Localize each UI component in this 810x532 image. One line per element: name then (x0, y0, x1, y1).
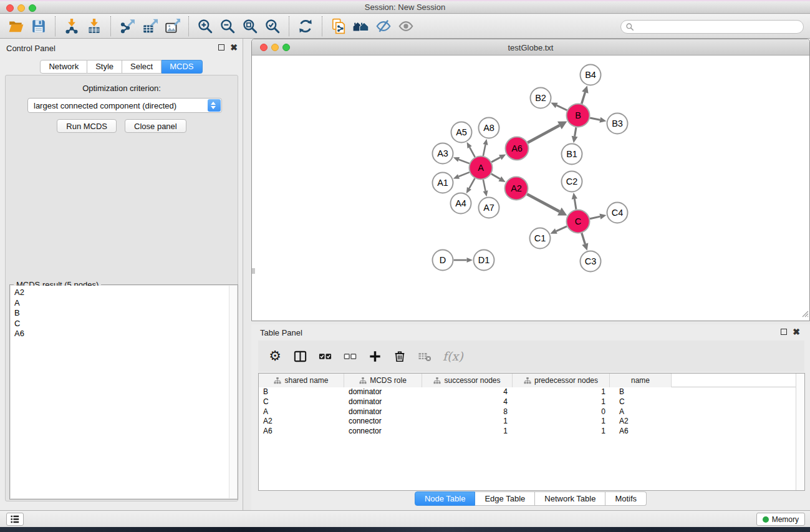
graph-edge[interactable] (557, 105, 567, 110)
table-cell[interactable]: A (259, 407, 344, 417)
table-cell[interactable]: dominator (344, 387, 422, 397)
graph-edge[interactable] (483, 145, 486, 156)
show-details-icon[interactable] (397, 17, 415, 36)
mcds-result-item[interactable]: A2 (11, 288, 237, 298)
column-header[interactable]: successor nodes (422, 374, 513, 387)
table-cell[interactable]: 4 (422, 397, 513, 407)
close-panel-button[interactable]: Close panel (125, 119, 186, 133)
import-table-icon[interactable] (85, 17, 104, 36)
table-cell[interactable]: connector (344, 427, 422, 437)
close-table-panel-icon[interactable]: ✖ (793, 329, 800, 335)
zoom-in-icon[interactable] (196, 17, 215, 36)
table-cell[interactable]: B (610, 387, 672, 397)
table-cell[interactable]: 1 (513, 397, 610, 407)
settings-gear-icon[interactable]: ⚙ (267, 348, 283, 364)
table-cell[interactable]: connector (344, 417, 422, 427)
task-history-button[interactable] (6, 513, 24, 526)
column-header[interactable]: name (610, 374, 672, 387)
table-cell[interactable]: A6 (610, 427, 672, 437)
table-row[interactable]: Bdominator41B (259, 387, 804, 397)
tab-node-table[interactable]: Node Table (415, 491, 476, 506)
tab-edge-table[interactable]: Edge Table (475, 491, 535, 506)
graph-edge[interactable] (590, 118, 600, 120)
graph-edge[interactable] (491, 174, 500, 179)
table-cell[interactable]: dominator (344, 397, 422, 407)
tab-network-table[interactable]: Network Table (535, 491, 605, 506)
export-table-icon[interactable] (140, 17, 159, 36)
tab-style[interactable]: Style (87, 60, 122, 74)
run-mcds-button[interactable]: Run MCDS (57, 119, 117, 133)
table-cell[interactable]: C (259, 397, 344, 407)
graph-edge[interactable] (582, 92, 586, 104)
table-cell[interactable]: A2 (610, 417, 672, 427)
result-list-scrollbar[interactable] (229, 286, 237, 498)
memory-button[interactable]: Memory (756, 513, 805, 526)
table-cell[interactable]: 1 (513, 387, 610, 397)
zoom-out-icon[interactable] (218, 17, 237, 36)
column-header[interactable]: shared name (259, 374, 344, 387)
float-panel-icon[interactable] (218, 44, 224, 51)
table-cell[interactable]: B (259, 387, 344, 397)
graph-edge[interactable] (459, 160, 470, 163)
graph-edge[interactable] (459, 172, 470, 177)
table-row[interactable]: A6connector11A6 (259, 427, 804, 437)
graph-edge[interactable] (528, 125, 559, 143)
search-input[interactable] (634, 21, 803, 32)
table-row[interactable]: Adominator80A (259, 407, 804, 417)
zoom-fit-icon[interactable] (241, 17, 259, 36)
table-scrollbar[interactable] (796, 374, 804, 490)
graph-edge[interactable] (574, 199, 576, 210)
table-row[interactable]: Cdominator41C (259, 397, 804, 407)
mcds-result-item[interactable]: A6 (11, 329, 237, 339)
graph-edge[interactable] (491, 157, 500, 162)
hide-details-icon[interactable] (374, 17, 393, 36)
export-image-icon[interactable] (163, 17, 181, 36)
float-table-panel-icon[interactable] (781, 329, 787, 335)
graph-edge[interactable] (470, 147, 475, 157)
table-cell[interactable]: C (610, 397, 672, 407)
network-window-titlebar[interactable]: testGlobe.txt (252, 39, 809, 56)
clone-network-icon[interactable] (329, 17, 348, 36)
graph-edge[interactable] (575, 127, 576, 136)
graph-edge[interactable] (582, 233, 585, 244)
graph-edge[interactable] (483, 180, 486, 191)
home-icon[interactable] (352, 17, 370, 36)
network-canvas[interactable]: A5A8A3A6AA1A2A4A7B4B2BB3B1C2CC4C1C3DD1 (252, 56, 809, 321)
window-resize-grip[interactable] (801, 309, 809, 320)
add-column-icon[interactable] (367, 348, 383, 364)
graph-edge[interactable] (556, 226, 567, 231)
table-cell[interactable]: dominator (344, 407, 422, 417)
deselect-all-icon[interactable] (342, 348, 358, 364)
zoom-selected-icon[interactable] (263, 17, 282, 36)
table-cell[interactable]: 4 (422, 387, 513, 397)
select-all-icon[interactable] (317, 348, 333, 364)
table-cell[interactable]: 0 (513, 407, 610, 417)
close-panel-icon[interactable]: ✖ (230, 44, 238, 51)
tab-select[interactable]: Select (122, 60, 162, 74)
column-header[interactable]: MCDS role (344, 374, 422, 387)
table-cell[interactable]: 1 (422, 427, 513, 437)
mcds-result-list[interactable]: A2ABCA6 (11, 286, 237, 498)
optimization-criterion-select[interactable]: largest connected component (directed) (27, 98, 222, 113)
table-row[interactable]: A2connector11A2 (259, 417, 804, 427)
graph-edge[interactable] (590, 216, 600, 219)
refresh-icon[interactable] (296, 17, 315, 36)
mcds-result-item[interactable]: C (11, 319, 237, 329)
delete-table-icon[interactable] (417, 348, 433, 364)
column-view-icon[interactable] (292, 348, 308, 364)
function-builder-icon[interactable]: f(x) (441, 348, 463, 364)
table-cell[interactable]: 1 (422, 417, 513, 427)
delete-column-icon[interactable] (392, 348, 408, 364)
graph-edge[interactable] (469, 178, 475, 188)
tab-motifs[interactable]: Motifs (605, 491, 647, 506)
open-file-icon[interactable] (7, 17, 26, 36)
save-session-icon[interactable] (29, 17, 48, 36)
import-network-icon[interactable] (62, 17, 81, 36)
table-cell[interactable]: A (610, 407, 672, 417)
mcds-result-item[interactable]: A (11, 298, 237, 309)
export-network-icon[interactable] (118, 17, 137, 36)
column-header[interactable]: predecessor nodes (513, 374, 610, 387)
tab-network[interactable]: Network (40, 60, 87, 74)
mcds-result-item[interactable]: B (11, 308, 237, 319)
tab-mcds[interactable]: MCDS (162, 60, 202, 74)
